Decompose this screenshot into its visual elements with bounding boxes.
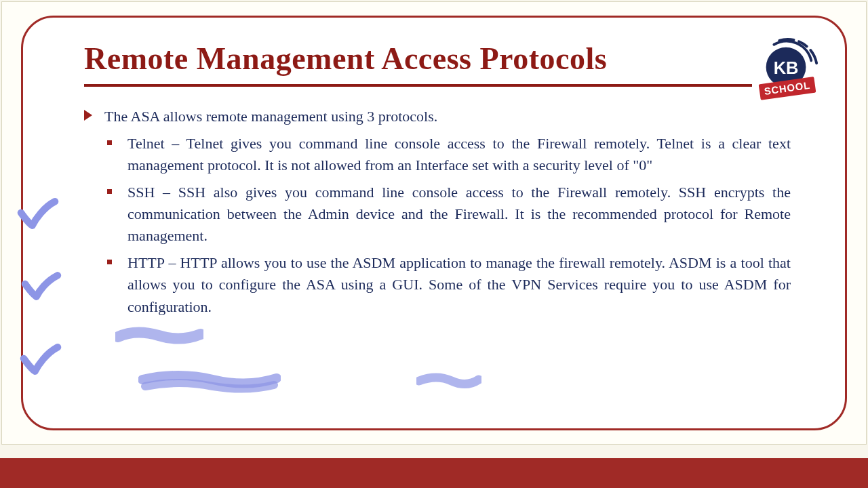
title-underline [84,84,752,87]
checkmark-icon [20,270,64,302]
slide-body: The ASA allows remote management using 3… [84,106,791,318]
bullet-http: HTTP – HTTP allows you to use the ASDM a… [84,252,791,317]
highlight-scribble [138,370,281,393]
slide-outer-frame: KB SCHOOL Remote Management Access Proto… [1,1,867,445]
slide-title: Remote Management Access Protocols [84,42,791,76]
highlight-scribble [416,370,481,389]
footer-bar [0,458,868,488]
checkmark-icon [16,197,60,230]
kb-school-logo: KB SCHOOL [754,37,821,103]
lead-line: The ASA allows remote management using 3… [84,106,791,127]
bullet-telnet: Telnet – Telnet gives you command line c… [84,133,791,176]
highlight-scribble [115,326,203,346]
bullet-ssh: SSH – SSH also gives you command line co… [84,182,791,247]
slide-content-box: KB SCHOOL Remote Management Access Proto… [21,16,847,430]
logo-kb-text: KB [774,58,799,77]
footer-gap [0,445,868,458]
checkmark-icon [19,343,62,375]
